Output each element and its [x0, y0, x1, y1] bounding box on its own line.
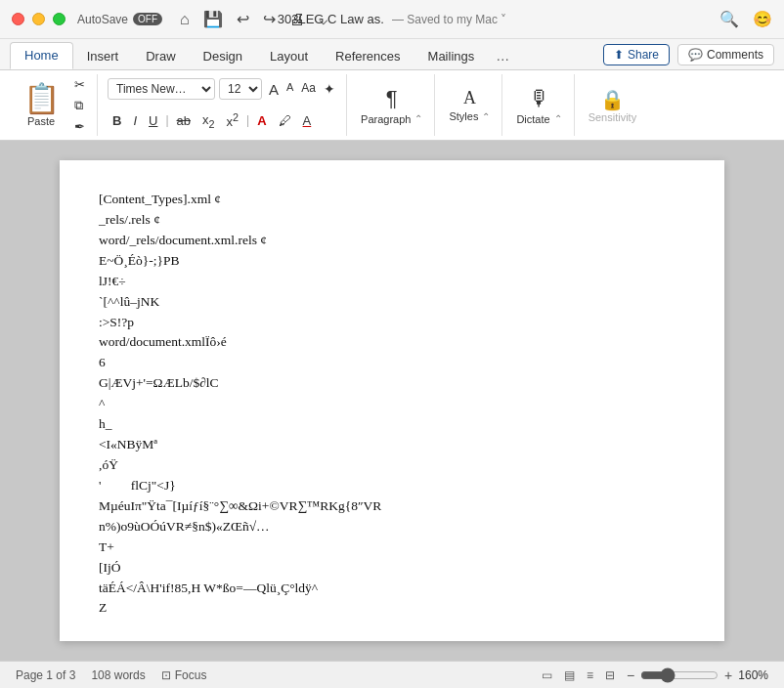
paste-icon: 📋 [23, 84, 60, 113]
view-layout-icon[interactable]: ▤ [564, 668, 575, 682]
document-content[interactable]: [Content_Types].xml ¢_rels/.rels ¢word/_… [99, 190, 685, 619]
zoom-plus-button[interactable]: + [724, 667, 732, 683]
account-icon[interactable]: 😊 [753, 10, 772, 28]
zoom-slider[interactable] [640, 667, 719, 683]
doc-line: word/_rels/document.xml.rels ¢ [99, 231, 685, 251]
subscript-button[interactable]: x2 [197, 110, 220, 132]
autosave-state: OFF [138, 14, 157, 24]
increase-font-button[interactable]: A [266, 80, 282, 99]
dictate-section[interactable]: 🎙 Dictate ⌃ [504, 74, 574, 136]
zoom-percentage: 160% [738, 668, 768, 682]
focus-icon: ⊡ [161, 668, 171, 682]
styles-icon[interactable]: A [463, 88, 476, 108]
doc-line: word/document.xmlÏô›é [99, 332, 685, 353]
paste-button[interactable]: 📋 Paste [16, 84, 66, 127]
autosave-label: AutoSave [77, 13, 128, 26]
underline-button[interactable]: U [144, 111, 162, 130]
doc-line: _rels/.rels ¢ [99, 210, 685, 231]
zoom-minus-button[interactable]: − [627, 667, 634, 683]
dictate-expand-icon[interactable]: ⌃ [554, 113, 562, 124]
styles-label: Styles [449, 110, 478, 122]
styles-section: A Styles ⌃ [437, 74, 502, 136]
italic-button[interactable]: I [128, 111, 142, 130]
bold-button[interactable]: B [108, 111, 126, 130]
font-size-select[interactable]: 12 [219, 78, 262, 100]
comments-icon: 💬 [688, 48, 703, 62]
doc-line: ' flCj"<J} [99, 476, 685, 496]
ribbon-tabs: Home Insert Draw Design Layout Reference… [0, 39, 784, 70]
font-section: Times New… 12 A A Aa ✦ B I U | ab x2 x2 … [100, 74, 347, 136]
doc-line: T+ [99, 538, 685, 558]
home-icon[interactable]: ⌂ [180, 11, 190, 28]
doc-line: n%)o9ùOÓúVR≠§n$)«ZŒñ√… [99, 517, 685, 538]
doc-line: `[^^lû–jNK [99, 292, 685, 313]
doc-line: <I«NBÿMª [99, 435, 685, 455]
paragraph-icon[interactable]: ¶ [386, 86, 398, 111]
status-right: ▭ ▤ ≡ ⊟ − + 160% [542, 667, 768, 683]
sensitivity-section: 🔒 Sensitivity [577, 74, 649, 136]
autosave-toggle[interactable]: OFF [133, 13, 162, 25]
clipboard-sub: ✂ ⧉ ✒ [70, 75, 89, 136]
font-color-button[interactable]: A [298, 111, 317, 130]
saved-status: — Saved to my Mac ˅ [392, 13, 506, 26]
more-tabs-icon[interactable]: … [488, 43, 517, 69]
doc-line: ^ [99, 394, 685, 414]
tab-mailings[interactable]: Mailings [414, 44, 489, 69]
titlebar: AutoSave OFF ⌂ 💾 ↩ ↪ 🖨 ⌵ 303LEG C Law as… [0, 0, 784, 39]
paste-label: Paste [27, 115, 55, 127]
sensitivity-label: Sensitivity [588, 111, 637, 123]
document-page: [Content_Types].xml ¢_rels/.rels ¢word/_… [60, 160, 724, 641]
close-button[interactable] [12, 13, 24, 25]
strikethrough-button[interactable]: ab [172, 111, 196, 130]
maximize-button[interactable] [53, 13, 65, 25]
tab-insert[interactable]: Insert [73, 44, 133, 69]
focus-button[interactable]: ⊡ Focus [161, 668, 207, 682]
statusbar: Page 1 of 3 108 words ⊡ Focus ▭ ▤ ≡ ⊟ − … [0, 661, 784, 688]
font-family-select[interactable]: Times New… [108, 78, 215, 100]
view-read-icon[interactable]: ≡ [587, 668, 593, 682]
doc-line: E~Ö¸Éò}-;}PB [99, 251, 685, 272]
search-icon[interactable]: 🔍 [719, 10, 739, 28]
doc-line: [Content_Types].xml ¢ [99, 190, 685, 210]
doc-line: :>S!?p [99, 313, 685, 333]
share-button[interactable]: ⬆ Share [603, 44, 670, 65]
tab-references[interactable]: References [322, 44, 414, 69]
copy-button[interactable]: ⧉ [70, 96, 89, 115]
paragraph-expand-icon[interactable]: ⌃ [414, 113, 422, 124]
format-painter-button[interactable]: ✒ [70, 117, 89, 136]
paragraph-label: Paragraph [361, 113, 411, 125]
view-normal-icon[interactable]: ▭ [542, 668, 552, 682]
word-count: 108 words [91, 668, 145, 682]
page-info: Page 1 of 3 [16, 668, 75, 682]
toolbar: 📋 Paste ✂ ⧉ ✒ Times New… 12 A A Aa ✦ B [0, 70, 784, 141]
titlebar-center: 303LEG C Law as. — Saved to my Mac ˅ [278, 12, 507, 26]
change-case-button[interactable]: Aa [298, 80, 319, 99]
undo-icon[interactable]: ↩ [237, 10, 249, 28]
tab-layout[interactable]: Layout [256, 44, 322, 69]
styles-expand-icon[interactable]: ⌃ [482, 111, 490, 122]
text-color-button[interactable]: A [252, 111, 271, 130]
view-web-icon[interactable]: ⊟ [605, 668, 615, 682]
highlight-button[interactable]: 🖊 [274, 111, 296, 130]
save-icon[interactable]: 💾 [203, 10, 223, 28]
doc-line: 6 [99, 353, 685, 373]
divider1: | [164, 113, 169, 127]
comments-button[interactable]: 💬 Comments [677, 44, 774, 65]
tab-draw[interactable]: Draw [132, 44, 189, 69]
dictate-label: Dictate [516, 113, 549, 125]
share-label: Share [628, 48, 659, 62]
superscript-button[interactable]: x2 [222, 109, 244, 131]
tab-design[interactable]: Design [190, 44, 256, 69]
zoom-area: − + 160% [627, 667, 768, 683]
tab-home[interactable]: Home [10, 42, 73, 69]
clear-format-button[interactable]: ✦ [321, 80, 338, 99]
paragraph-section: ¶ Paragraph ⌃ [349, 74, 435, 136]
redo-icon[interactable]: ↪ [263, 10, 276, 28]
decrease-font-button[interactable]: A [283, 80, 296, 99]
share-icon: ⬆ [614, 48, 624, 62]
minimize-button[interactable] [32, 13, 45, 25]
cut-button[interactable]: ✂ [70, 75, 89, 94]
font-row: Times New… 12 A A Aa ✦ [108, 78, 338, 100]
clipboard-section: 📋 Paste ✂ ⧉ ✒ [8, 74, 98, 136]
doc-line: G|ÆVj+'=ΩÆLb/$∂lC [99, 373, 685, 394]
